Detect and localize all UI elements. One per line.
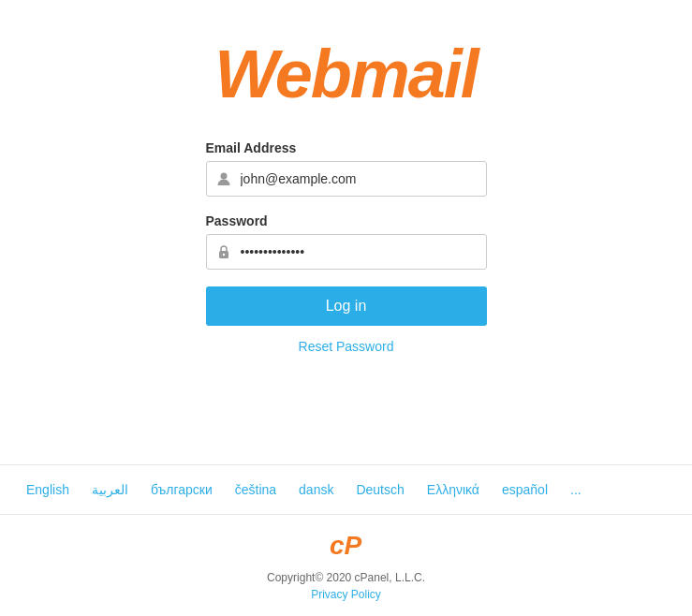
lang-bulgarian[interactable]: български <box>143 480 220 499</box>
login-form: Email Address Password Log in Re <box>206 140 487 354</box>
lang-english[interactable]: English <box>19 480 77 499</box>
svg-text:cP: cP <box>330 531 362 560</box>
logo-text: Webmail <box>214 37 478 111</box>
cpanel-logo: cP <box>328 530 365 564</box>
lang-czech[interactable]: čeština <box>228 480 284 499</box>
lang-more[interactable]: ... <box>563 480 589 499</box>
svg-point-2 <box>222 254 224 256</box>
lang-spanish[interactable]: español <box>494 480 555 499</box>
reset-password-link[interactable]: Reset Password <box>206 339 487 354</box>
password-input-wrapper <box>206 234 487 270</box>
user-icon <box>214 169 233 188</box>
login-button[interactable]: Log in <box>206 286 487 326</box>
lang-danish[interactable]: dansk <box>291 480 341 499</box>
copyright-text: Copyright© 2020 cPanel, L.L.C. <box>267 571 425 584</box>
email-label: Email Address <box>206 140 487 155</box>
lang-german[interactable]: Deutsch <box>348 480 411 499</box>
password-label: Password <box>206 213 487 228</box>
password-input[interactable] <box>241 244 479 259</box>
footer: cP Copyright© 2020 cPanel, L.L.C. Privac… <box>0 514 692 616</box>
lang-greek[interactable]: Ελληνικά <box>420 480 487 499</box>
logo: Webmail <box>214 36 478 112</box>
email-input-wrapper <box>206 161 487 197</box>
lock-icon <box>214 242 233 261</box>
svg-point-0 <box>220 173 227 180</box>
language-bar: English العربية български čeština dansk … <box>0 464 692 514</box>
privacy-policy-link[interactable]: Privacy Policy <box>311 588 381 601</box>
lang-arabic[interactable]: العربية <box>84 480 136 499</box>
email-input[interactable] <box>241 171 479 186</box>
main-content: Webmail Email Address Password <box>0 0 692 464</box>
